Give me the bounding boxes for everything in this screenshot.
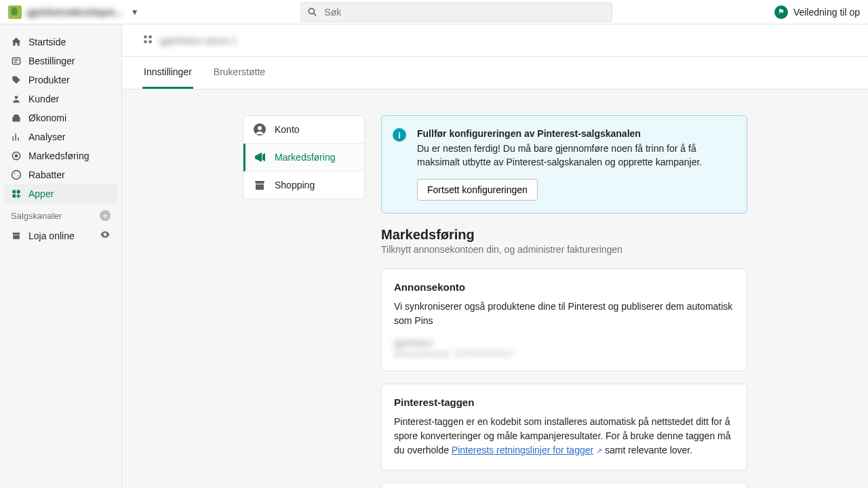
store-switcher[interactable]: gpinheirodevelopm... ▼ [8, 5, 139, 19]
external-link-icon: ↗ [596, 447, 602, 455]
add-channel-icon[interactable]: + [100, 210, 111, 221]
tag-guidelines-link[interactable]: Pinterests retningslinjer for tagger [452, 445, 593, 455]
svg-rect-5 [12, 190, 16, 193]
account-icon [253, 123, 267, 136]
tab-innstillinger[interactable]: Innstillinger [142, 57, 193, 89]
search-wrap [300, 2, 612, 22]
svg-rect-11 [149, 41, 152, 43]
megaphone-icon [253, 150, 267, 164]
settings-nav-konto[interactable]: Konto [243, 116, 364, 144]
sidebar-item-markedsforing[interactable]: Markedsføring [4, 146, 117, 165]
search-icon [307, 7, 318, 20]
shopping-icon [253, 178, 267, 192]
svg-rect-8 [144, 35, 146, 38]
sidebar-item-bestillinger[interactable]: Bestillinger [4, 52, 117, 70]
topbar: gpinheirodevelopm... ▼ ⚑ Veiledning til … [0, 0, 868, 24]
shopify-logo-icon [8, 5, 22, 19]
online-store-icon [11, 230, 22, 241]
preview-eye-icon[interactable] [100, 229, 111, 242]
info-icon: i [393, 128, 406, 142]
info-banner: i Fullfør konfigureringen av Pinterest-s… [381, 115, 747, 214]
marketing-icon [11, 150, 22, 161]
svg-point-4 [12, 171, 21, 180]
sidebar-item-kunder[interactable]: Kunder [4, 89, 117, 108]
breadcrumb-store: gpinheiro-store-1 [160, 35, 237, 46]
customers-icon [11, 94, 22, 104]
main: gpinheiro-store-1 Innstillinger Brukerst… [122, 24, 868, 488]
settings-nav-shopping[interactable]: Shopping [243, 171, 364, 199]
sidebar-item-analyser[interactable]: Analyser [4, 127, 117, 146]
sidebar-item-okonomi[interactable]: Økonomi [4, 108, 117, 127]
store-name: gpinheirodevelopm... [27, 7, 123, 18]
ad-account-id: annonsekonto: XXXXXXXXXX [394, 348, 734, 359]
settings-nav: Konto Markedsføring Shopping [243, 115, 365, 199]
topbar-right: ⚑ Veiledning til op [774, 5, 860, 19]
ad-account-card: Annonsekonto Vi synkroniserer også produ… [381, 268, 747, 371]
banner-title: Fullfør konfigureringen av Pinterest-sal… [417, 128, 734, 139]
ad-account-title: Annonsekonto [394, 281, 734, 293]
svg-point-3 [15, 155, 18, 158]
pinterest-tag-body: Pinterest-taggen er en kodebit som insta… [394, 415, 734, 458]
settings-nav-markedsforing[interactable]: Markedsføring [243, 144, 364, 171]
apps-icon [11, 188, 22, 199]
ad-account-body: Vi synkroniserer også produktene dine ti… [394, 300, 734, 328]
banner-body: Du er nesten ferdig! Du må bare gjennomf… [417, 142, 734, 169]
chevron-down-icon: ▼ [131, 7, 139, 17]
apps-grid-icon[interactable] [142, 34, 153, 47]
sidebar-item-apper[interactable]: Apper [4, 184, 117, 203]
svg-rect-10 [144, 41, 146, 43]
section-subtitle: Tilknytt annonsekontoen din, og administ… [381, 244, 747, 255]
products-icon [11, 75, 22, 85]
svg-rect-9 [149, 35, 152, 38]
ad-account-name: gpinheiro [394, 338, 734, 348]
breadcrumb: gpinheiro-store-1 [122, 24, 868, 57]
search-input[interactable] [300, 2, 612, 22]
svg-rect-6 [17, 190, 20, 193]
sidebar: Startside Bestillinger Produkter Kunder … [0, 24, 122, 488]
terms-card: Vilkår [381, 483, 747, 488]
tabs: Innstillinger Brukerstøtte [122, 57, 868, 89]
guide-flag-icon[interactable]: ⚑ [774, 5, 788, 19]
discounts-icon [11, 169, 22, 180]
guide-label[interactable]: Veiledning til op [793, 7, 860, 18]
finances-icon [11, 113, 22, 123]
tab-brukerstotte[interactable]: Brukerstøtte [212, 57, 267, 89]
home-icon [11, 37, 22, 47]
analytics-icon [11, 131, 22, 142]
svg-rect-0 [12, 58, 20, 64]
sidebar-channels-heading: Salgskanaler + [4, 203, 117, 225]
section-heading: Markedsføring [381, 227, 747, 243]
svg-rect-7 [12, 195, 16, 198]
sidebar-item-produkter[interactable]: Produkter [4, 70, 117, 89]
orders-icon [11, 56, 22, 66]
pinterest-tag-title: Pinterest-taggen [394, 396, 734, 408]
pinterest-tag-card: Pinterest-taggen Pinterest-taggen er en … [381, 384, 747, 470]
svg-point-13 [258, 126, 262, 130]
sidebar-item-rabatter[interactable]: Rabatter [4, 165, 117, 184]
svg-point-1 [15, 96, 18, 99]
continue-config-button[interactable]: Fortsett konfigureringen [417, 179, 538, 201]
sidebar-item-startside[interactable]: Startside [4, 33, 117, 52]
sidebar-channel-loja-online[interactable]: Loja online [4, 225, 117, 246]
